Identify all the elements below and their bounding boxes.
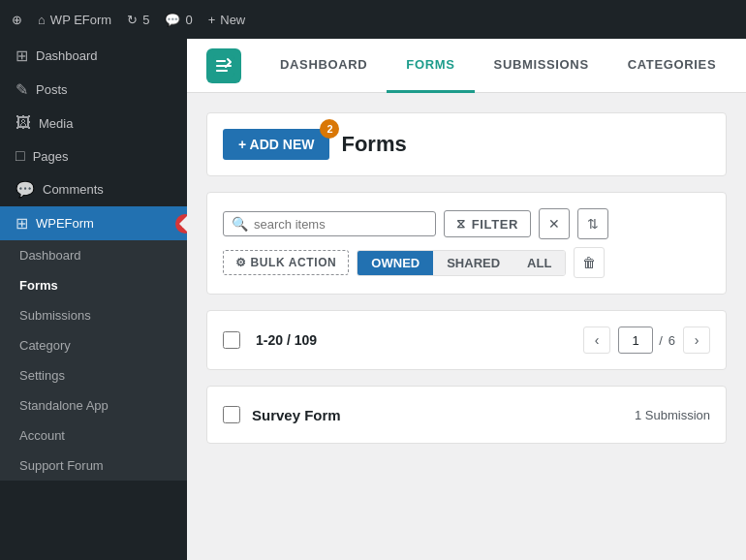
pagination-bar: 1-20 / 109 ‹ / 6 › (223, 327, 710, 354)
admin-bar: ⊕ ⌂ WP EForm ↻ 5 💬 0 + New (0, 0, 746, 39)
pagination-range: 1-20 / 109 (256, 332, 317, 348)
sidebar-item-comments[interactable]: 💬 Comments (0, 172, 187, 206)
plugin-logo-icon (206, 48, 241, 83)
posts-icon: ✎ (16, 80, 28, 99)
trash-icon: 🗑 (582, 255, 596, 270)
comments-icon: 💬 (16, 180, 35, 199)
nav-forms[interactable]: FORMS (387, 39, 474, 93)
total-pages: 6 (668, 333, 675, 348)
sort-icon: ⇅ (587, 216, 599, 232)
filter-button[interactable]: ⧖ FILTER (444, 210, 531, 237)
wp-logo[interactable]: ⊕ (12, 13, 22, 27)
filter-icon: ⧖ (456, 216, 466, 232)
toggle-owned[interactable]: OWNED (357, 251, 433, 275)
page-number-input[interactable] (618, 327, 653, 354)
sidebar-item-wpeform[interactable]: ⊞ WPEForm 1 (0, 206, 187, 240)
action-title: Forms (341, 132, 406, 157)
page-input-wrapper: / 6 (618, 327, 675, 354)
form-list-card: Survey Form 1 Submission (206, 386, 727, 444)
chevron-left-icon: ‹ (595, 332, 600, 348)
sidebar-item-sub-submissions[interactable]: Submissions (0, 300, 187, 330)
nav-dashboard[interactable]: DASHBOARD (261, 39, 387, 93)
action-bar: + ADD NEW 2 Forms (223, 129, 710, 160)
sidebar: ⊞ Dashboard ✎ Posts 🖼 Media □ Pages 💬 Co… (0, 39, 187, 560)
plugin-nav: DASHBOARD FORMS SUBMISSIONS CATEGORIES (261, 39, 735, 92)
toggles-row: ⚙ BULK ACTION OWNED SHARED ALL (223, 247, 710, 278)
wp-icon: ⊕ (12, 13, 22, 27)
plugin-header: DASHBOARD FORMS SUBMISSIONS CATEGORIES (187, 39, 746, 93)
select-all-checkbox[interactable] (223, 331, 240, 349)
toggle-all[interactable]: ALL (513, 251, 565, 275)
nav-submissions[interactable]: SUBMISSIONS (475, 39, 608, 93)
toggle-shared[interactable]: SHARED (433, 251, 513, 275)
wpeform-icon: ⊞ (16, 214, 28, 233)
sort-button[interactable]: ⇅ (577, 208, 608, 239)
form-name[interactable]: Survey Form (252, 407, 623, 423)
action-bar-card: + ADD NEW 2 Forms (206, 112, 727, 176)
sidebar-item-sub-account[interactable]: Account (0, 420, 187, 451)
dashboard-icon: ⊞ (16, 47, 28, 65)
add-new-button[interactable]: + ADD NEW 2 (223, 129, 329, 160)
sidebar-arrow (179, 216, 187, 232)
home-icon: ⌂ (38, 13, 46, 27)
plus-icon: + (208, 13, 216, 27)
chevron-right-icon: › (695, 332, 699, 348)
search-input[interactable] (254, 217, 427, 232)
sidebar-item-media[interactable]: 🖼 Media (0, 107, 187, 140)
trash-button[interactable]: 🗑 (574, 247, 605, 278)
form-checkbox[interactable] (223, 406, 240, 423)
plugin-logo (206, 39, 261, 92)
sidebar-item-sub-category[interactable]: Category (0, 330, 187, 360)
sidebar-item-sub-standalone[interactable]: Standalone App (0, 390, 187, 420)
form-submissions: 1 Submission (635, 408, 710, 422)
updates[interactable]: ↻ 5 (127, 13, 149, 27)
sidebar-item-pages[interactable]: □ Pages (0, 140, 187, 172)
bulk-action-button[interactable]: ⚙ BULK ACTION (223, 250, 349, 275)
table-row: Survey Form 1 Submission (223, 402, 710, 427)
sidebar-item-sub-forms[interactable]: Forms (0, 270, 187, 300)
nav-categories[interactable]: CATEGORIES (608, 39, 736, 93)
page-separator: / (659, 333, 663, 348)
sidebar-item-sub-dashboard[interactable]: Dashboard (0, 240, 187, 270)
search-icon: 🔍 (232, 216, 248, 232)
toggle-group: OWNED SHARED ALL (357, 250, 566, 276)
refresh-icon: ↻ (127, 13, 138, 27)
sidebar-item-posts[interactable]: ✎ Posts (0, 73, 187, 107)
pages-icon: □ (16, 147, 25, 165)
close-icon: ✕ (548, 216, 560, 232)
next-page-button[interactable]: › (683, 327, 710, 354)
sidebar-item-sub-settings[interactable]: Settings (0, 360, 187, 390)
search-input-wrapper: 🔍 (223, 211, 436, 236)
pagination-card: 1-20 / 109 ‹ / 6 › (206, 310, 727, 370)
page-nav: ‹ / 6 › (583, 327, 710, 354)
content-area: DASHBOARD FORMS SUBMISSIONS CATEGORIES (187, 39, 746, 560)
sidebar-submenu: Dashboard Forms Submissions Category Set… (0, 240, 187, 481)
site-name[interactable]: ⌂ WP EForm (38, 13, 111, 27)
prev-page-button[interactable]: ‹ (583, 327, 610, 354)
comments[interactable]: 💬 0 (165, 13, 192, 27)
content-inner: + ADD NEW 2 Forms 🔍 ⧖ FILTER (187, 93, 746, 463)
new-item[interactable]: + New (208, 13, 246, 27)
search-filter-card: 🔍 ⧖ FILTER ✕ ⇅ ⚙ BUL (206, 192, 727, 295)
search-filter-bar: 🔍 ⧖ FILTER ✕ ⇅ (223, 208, 710, 239)
comment-icon: 💬 (165, 13, 180, 27)
notification-badge: 2 (320, 119, 339, 139)
sidebar-item-dashboard[interactable]: ⊞ Dashboard (0, 39, 187, 73)
media-icon: 🖼 (16, 114, 31, 132)
clear-filter-button[interactable]: ✕ (539, 208, 570, 239)
sidebar-item-sub-support[interactable]: Support Forum (0, 451, 187, 481)
